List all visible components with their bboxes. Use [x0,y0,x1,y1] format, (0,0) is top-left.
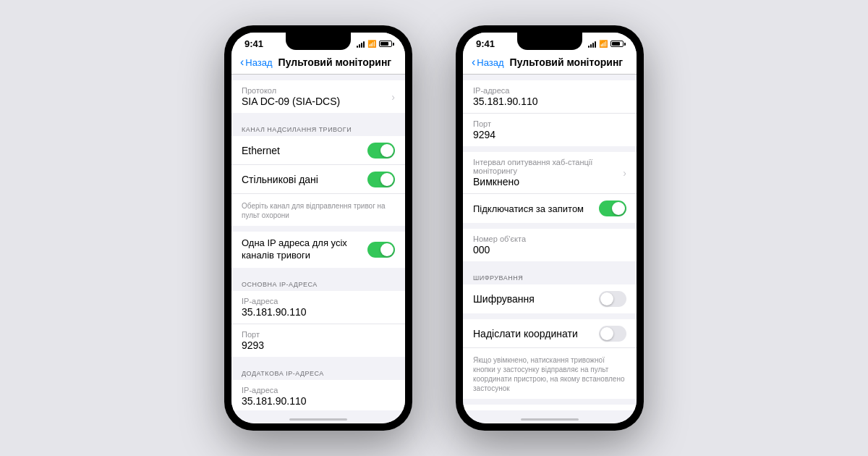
connect-item[interactable]: Підключатися за запитом [463,194,637,223]
back-chevron-icon-2: ‹ [472,56,475,68]
main-port-value: 9293 [242,339,395,351]
poll-value: Вимкнено [473,176,623,187]
ethernet-item[interactable]: Ethernet [231,136,405,165]
connect-toggle-knob [612,202,625,215]
back-label-1: Назад [245,57,272,68]
poll-group: Інтервал опитування хаб-станції монітори… [463,152,637,223]
one-ip-group: Одна IP адреса для усіх каналів тривоги [231,232,405,268]
encryption-toggle[interactable] [599,291,626,307]
extra-ip-group: IP-адреса 35.181.90.110 Порт 9294 [231,380,405,410]
encryption-label: Шифрування [473,293,535,305]
section-extra-ip-header: ДОДАТКОВА IP-АДРЕСА [231,363,405,380]
mobile-toggle-knob [380,173,393,186]
send-coords-item[interactable]: Надіслати координати [463,319,637,348]
back-button-2[interactable]: ‹ Назад [472,57,504,68]
poll-item[interactable]: Інтервал опитування хаб-станції монітори… [463,152,637,194]
gap2-5 [463,313,637,319]
object-label: Номер об'єкта [473,235,626,243]
channel-group: Ethernet Стільникові дані Оберіть канал … [231,136,405,226]
gap2-2 [463,146,637,152]
notch-2 [517,33,582,50]
screen-1: 9:41 📶 ‹ Назад Пультовий моніторин [231,33,405,423]
back-chevron-icon-1: ‹ [240,56,244,68]
back-label-2: Назад [477,57,503,68]
chevron-right-icon-poll: › [623,167,626,179]
gap2-4 [463,261,637,267]
nav-bar-1: ‹ Назад Пультовий моніторинг [231,52,405,75]
main-port-label: Порт [242,330,395,339]
protocol-group: Протокол SIA DC-09 (SIA-DCS) › [231,80,405,113]
extra-ip-value: 35.181.90.110 [242,395,395,407]
connect-label: Підключатися за запитом [473,203,584,214]
protocol-item[interactable]: Протокол SIA DC-09 (SIA-DCS) › [231,80,405,113]
gap2-6 [463,399,637,405]
home-indicator-1 [231,410,405,423]
object-item[interactable]: Номер об'єкта 000 [463,229,637,261]
phone-2: 9:41 📶 ‹ Назад Пультовий моніторин [456,25,644,431]
gap-2 [231,113,405,119]
nav-title-1: Пультовий моніторинг [278,56,392,68]
one-ip-item[interactable]: Одна IP адреса для усіх каналів тривоги [231,232,405,268]
ip-value-2: 35.181.90.110 [473,96,626,107]
coords-group: Надіслати координати Якщо увімкнено, нат… [463,319,637,399]
battery-icon-2 [610,41,624,47]
send-coords-toggle-knob [600,327,613,340]
poll-label: Інтервал опитування хаб-станції монітори… [473,158,623,175]
status-icons-2: 📶 [588,40,624,48]
one-ip-toggle[interactable] [367,242,395,258]
main-port-item[interactable]: Порт 9293 [231,324,405,357]
nav-title-2: Пультовий моніторинг [510,56,624,68]
gap-1 [231,75,405,80]
main-ip-item[interactable]: IP-адреса 35.181.90.110 [231,291,405,324]
extra-ip-item[interactable]: IP-адреса 35.181.90.110 [231,380,405,410]
gap-4 [231,268,405,274]
mobile-data-item[interactable]: Стільникові дані [231,165,405,194]
home-bar-2 [521,418,579,421]
notch-1 [286,33,351,50]
main-ip-label: IP-адреса [242,297,395,305]
nav-bar-2: ‹ Назад Пультовий моніторинг [463,52,637,75]
wifi-icon-2: 📶 [599,40,608,48]
encryption-group: Шифрування [463,284,637,313]
port-label-2: Порт [473,119,626,128]
ethernet-toggle[interactable] [367,143,395,159]
chevron-right-icon-protocol: › [391,91,395,103]
gap2-3 [463,223,637,229]
mobile-toggle[interactable] [367,172,395,187]
ip-item-2[interactable]: IP-адреса 35.181.90.110 [463,80,637,114]
connect-toggle[interactable] [599,200,626,216]
home-bar-1 [289,418,347,421]
port-value-2: 9294 [473,129,626,140]
status-icons-1: 📶 [357,40,392,48]
send-coords-hint-text: Якщо увімкнено, натискання тривожної кно… [473,355,626,393]
main-ip-group: IP-адреса 35.181.90.110 Порт 9293 [231,291,405,357]
back-button-1[interactable]: ‹ Назад [240,57,273,68]
signal-icon-1 [357,41,365,48]
encryption-toggle-knob [600,292,613,305]
port-item-2[interactable]: Порт 9294 [463,114,637,146]
mobile-data-label: Стільникові дані [242,174,318,185]
status-time-2: 9:41 [476,38,495,49]
phone-1: 9:41 📶 ‹ Назад Пультовий моніторин [224,25,412,431]
extra-ip-label: IP-адреса [242,386,395,394]
send-coords-toggle[interactable] [599,326,626,342]
object-value: 000 [473,244,626,256]
channel-hint-item: Оберіть канал для відправлення тривог на… [231,194,405,226]
encryption-item[interactable]: Шифрування [463,284,637,313]
scroll-content-2[interactable]: IP-адреса 35.181.90.110 Порт 9294 Інтерв… [463,75,637,410]
channel-hint-text: Оберіть канал для відправлення тривог на… [242,201,395,220]
ethernet-toggle-knob [380,144,393,157]
protocol-value: SIA DC-09 (SIA-DCS) [242,96,391,107]
protocol-label: Протокол [242,86,391,95]
restore-item[interactable]: Відновлення тривоги на ПЦС › [463,405,637,410]
one-ip-toggle-knob [380,243,393,256]
send-coords-label: Надіслати координати [473,328,578,339]
ethernet-label: Ethernet [242,145,280,156]
status-time-1: 9:41 [244,38,263,49]
restore-group: Відновлення тривоги на ПЦС › [463,405,637,410]
gap-5 [231,357,405,363]
ip-label-2: IP-адреса [473,86,626,95]
scroll-content-1[interactable]: Протокол SIA DC-09 (SIA-DCS) › КАНАЛ НАД… [231,75,405,410]
signal-icon-2 [588,41,596,48]
object-group: Номер об'єкта 000 [463,229,637,261]
